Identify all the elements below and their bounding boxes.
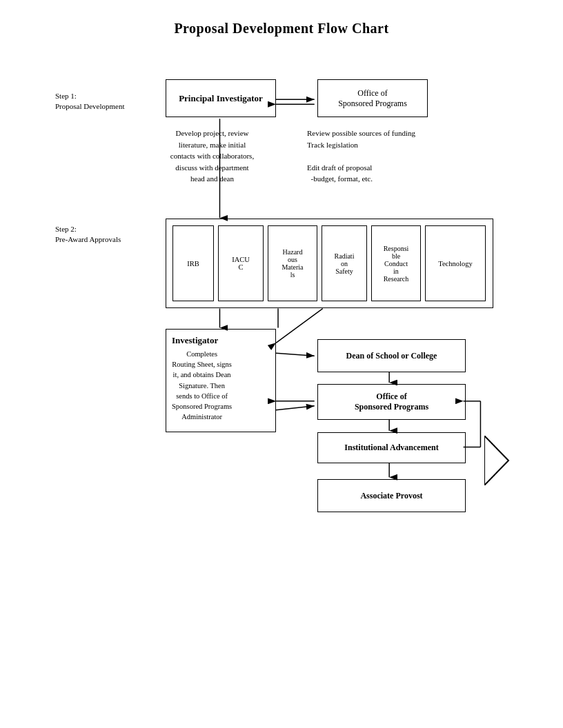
svg-marker-0	[484, 436, 508, 485]
inst-adv-box: Institutional Advancement	[317, 432, 466, 463]
irb-box: IRB	[172, 225, 214, 301]
svg-line-15	[276, 309, 323, 343]
rcr-box: ResponsibleConductinResearch	[371, 225, 421, 301]
svg-line-9	[276, 353, 315, 356]
step2-label: Step 2:Pre-Award Approvals	[55, 224, 121, 245]
osp-desc: Review possible sources of funding Track…	[307, 128, 452, 185]
investigator-title: Investigator	[172, 335, 218, 346]
osp-top-box: Office ofSponsored Programs	[317, 79, 428, 117]
svg-line-12	[276, 406, 315, 410]
step1-label: Step 1:Proposal Development	[55, 91, 125, 112]
iacuc-box: IACUC	[218, 225, 264, 301]
hazmat-box: HazardousMaterials	[268, 225, 317, 301]
assoc-provost-box: Associate Provost	[317, 479, 466, 512]
dean-box: Dean of School or College	[317, 339, 466, 372]
page-title: Proposal Development Flow Chart	[28, 21, 535, 37]
pi-box: Principal Investigator	[166, 79, 276, 117]
technology-box: Technology	[425, 225, 486, 301]
flowchart: Step 1:Proposal Development Principal In…	[28, 53, 535, 715]
page: Proposal Development Flow Chart Step 1:P…	[0, 0, 563, 728]
investigator-desc: Completes Routing Sheet, signs it, and o…	[172, 349, 232, 423]
radsafety-box: RadiationSafety	[322, 225, 367, 301]
pi-desc: Develop project, review literature, make…	[148, 128, 276, 185]
osp-bottom-box: Office ofSponsored Programs	[317, 384, 466, 420]
chevron-shape	[484, 436, 519, 488]
investigator-box: Investigator Completes Routing Sheet, si…	[166, 329, 276, 432]
